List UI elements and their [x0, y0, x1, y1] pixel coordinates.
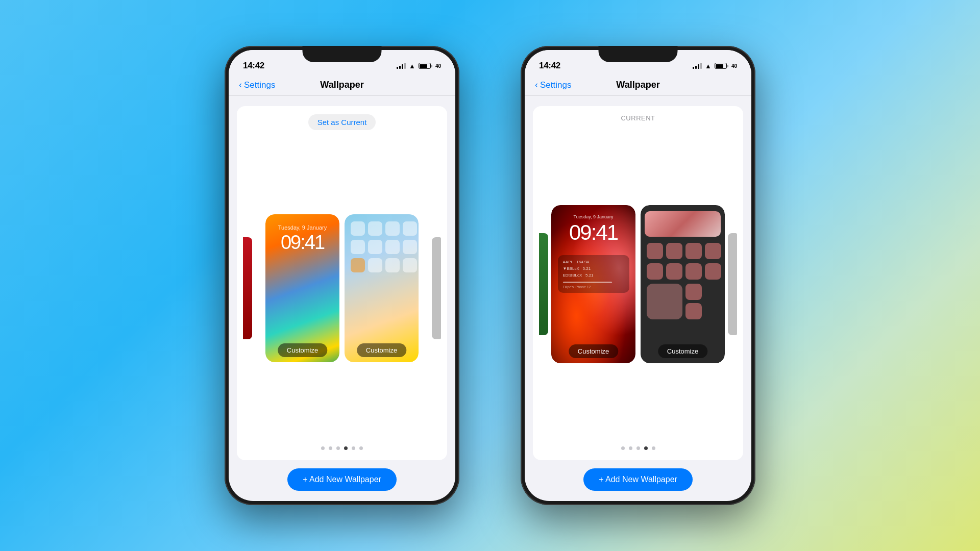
- stock-info: AAPL 164.94 ▼BBLcX 5.21 EDtBBLcX 5.21: [563, 259, 624, 279]
- wallpaper-card-right: CURRENT Tuesday, 9 January: [533, 106, 743, 460]
- app-icon: [403, 258, 417, 272]
- lock-date-right: Tuesday, 9 January: [569, 214, 618, 219]
- app-icon-red: [647, 243, 663, 259]
- home-preview-bg: [345, 214, 419, 362]
- dot-3: [336, 446, 340, 450]
- stock-widget: AAPL 164.94 ▼BBLcX 5.21 EDtBBLcX 5.21 Fi…: [558, 255, 629, 293]
- wifi-icon-left: ▲: [409, 62, 415, 70]
- app-icon-red: [705, 243, 721, 259]
- app-icon: [403, 240, 417, 254]
- lock-screen-preview-right[interactable]: Tuesday, 9 January 09:41 AAPL 164.94 ▼BB…: [551, 205, 635, 363]
- app-icon: [385, 240, 400, 254]
- lock-screen-preview-left[interactable]: Tuesday, 9 January 09:41 Customize: [265, 214, 339, 362]
- home-screen-preview-right[interactable]: Customize: [641, 205, 725, 363]
- nav-title-right: Wallpaper: [616, 80, 659, 90]
- signal-icon-right: [693, 63, 702, 69]
- signal-icon-left: [397, 63, 406, 69]
- battery-right: [715, 63, 728, 69]
- side-strip-right-left: [432, 237, 441, 339]
- app-grid-row3: [349, 258, 414, 272]
- content-right: CURRENT Tuesday, 9 January: [525, 96, 751, 501]
- back-button-right[interactable]: ‹ Settings: [535, 80, 571, 90]
- stock-bar: [563, 282, 612, 283]
- wallpaper-previews-right: Tuesday, 9 January 09:41 AAPL 164.94 ▼BB…: [539, 129, 737, 439]
- add-wallpaper-button-left[interactable]: + Add New Wallpaper: [287, 468, 397, 491]
- status-icons-left: ▲ 40: [397, 62, 441, 70]
- set-current-button[interactable]: Set as Current: [308, 114, 376, 130]
- lock-time-left: 09:41: [278, 232, 327, 254]
- dot-r1: [621, 446, 625, 450]
- notch-right: [599, 46, 678, 62]
- app-icon: [385, 258, 400, 272]
- status-icons-right: ▲ 40: [693, 62, 737, 70]
- stock-caption: Filipe's iPhone 12...: [563, 285, 624, 289]
- chevron-icon-right: ‹: [535, 80, 538, 90]
- dot-5: [352, 446, 355, 450]
- app-grid-row1: [349, 221, 414, 236]
- app-icon: [403, 221, 417, 236]
- add-wallpaper-button-right[interactable]: + Add New Wallpaper: [583, 468, 693, 491]
- app-grid-red-row2: [645, 263, 721, 280]
- app-grid-row2: [349, 240, 414, 254]
- phone-right: 14:42 ▲ 40: [521, 46, 755, 505]
- app-icon-red: [705, 263, 721, 280]
- dot-1: [321, 446, 325, 450]
- scene: 14:42 ▲ 40: [225, 46, 755, 505]
- app-icon: [368, 240, 382, 254]
- dot-2: [329, 446, 332, 450]
- nav-bar-left: ‹ Settings Wallpaper: [229, 76, 455, 96]
- dot-6: [359, 446, 363, 450]
- customize-home-btn-left[interactable]: Customize: [357, 343, 406, 357]
- side-strip-left-right: [539, 233, 548, 335]
- dots-right: [621, 446, 655, 450]
- app-icon-red: [666, 263, 682, 280]
- app-icon-red: [685, 303, 702, 319]
- app-grid-red-row1: [645, 243, 721, 259]
- lock-time-right: 09:41: [569, 220, 618, 245]
- lock-info-left: Tuesday, 9 January 09:41: [278, 224, 327, 254]
- status-time-left: 14:42: [243, 61, 264, 71]
- back-button-left[interactable]: ‹ Settings: [239, 80, 275, 90]
- battery-num-left: 40: [435, 63, 441, 69]
- wallpaper-previews-left: Tuesday, 9 January 09:41 Customize: [243, 137, 441, 439]
- dot-r5: [652, 446, 655, 450]
- battery-num-right: 40: [731, 63, 737, 69]
- dots-left: [321, 446, 363, 450]
- back-label-right: Settings: [540, 80, 571, 90]
- app-icon: [351, 258, 365, 272]
- lock-info-right: Tuesday, 9 January 09:41: [569, 214, 618, 245]
- app-icon-red-lg: [647, 284, 682, 319]
- status-time-right: 14:42: [539, 61, 560, 71]
- notch-left: [303, 46, 382, 62]
- app-icon-red: [666, 243, 682, 259]
- customize-lock-btn-left[interactable]: Customize: [278, 343, 327, 357]
- app-icon-red: [685, 263, 702, 280]
- side-strip-right-right: [728, 233, 737, 335]
- home-screen-preview-left[interactable]: Customize: [345, 214, 419, 362]
- wifi-icon-right: ▲: [705, 62, 712, 70]
- app-icon-red-group: [685, 284, 719, 319]
- home-preview-red-bg: [641, 205, 725, 363]
- app-icon: [368, 258, 382, 272]
- screen-left: 14:42 ▲ 40: [229, 50, 455, 501]
- dot-r4-active: [644, 446, 648, 450]
- customize-lock-btn-right[interactable]: Customize: [569, 344, 618, 358]
- back-label-left: Settings: [244, 80, 275, 90]
- app-icon: [351, 221, 365, 236]
- chevron-icon-left: ‹: [239, 80, 242, 90]
- dot-4-active: [344, 446, 348, 450]
- lock-date-left: Tuesday, 9 January: [278, 224, 327, 231]
- app-grid-red-row3: [645, 284, 721, 319]
- dot-r2: [629, 446, 632, 450]
- app-icon: [368, 221, 382, 236]
- customize-home-btn-right[interactable]: Customize: [658, 344, 707, 358]
- content-left: Set as Current Tuesday, 9 January: [229, 96, 455, 501]
- home-top-bar: [645, 211, 721, 237]
- nav-title-left: Wallpaper: [320, 80, 363, 90]
- app-icon-red: [685, 284, 702, 300]
- side-strip-left-left: [243, 237, 252, 339]
- lock-preview-bg: Tuesday, 9 January 09:41: [265, 214, 339, 362]
- current-label: CURRENT: [621, 114, 655, 122]
- nav-bar-right: ‹ Settings Wallpaper: [525, 76, 751, 96]
- phone-left: 14:42 ▲ 40: [225, 46, 459, 505]
